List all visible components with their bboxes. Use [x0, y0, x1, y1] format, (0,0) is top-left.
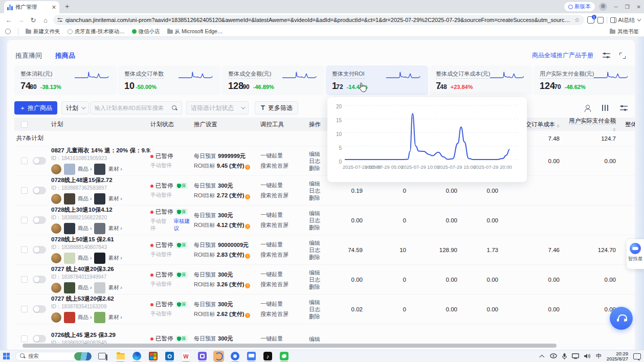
tool-boost[interactable]: 一键起量: [260, 270, 309, 278]
table-row[interactable]: 0728线上50退15 保2.61 ID：1838888140807843 商品…: [14, 235, 635, 265]
plan-type-select[interactable]: 计划: [61, 101, 89, 115]
bookmark-item[interactable]: 从 Microsoft Edge…: [167, 28, 223, 35]
row-toggle[interactable]: [33, 216, 46, 224]
tool-boost[interactable]: 一键起量: [260, 152, 309, 160]
row-toggle[interactable]: [33, 187, 46, 194]
metric-card-user-paid[interactable]: 用户实际支付金额(元) 124.70-48.62%: [534, 65, 635, 95]
product-link[interactable]: 商品 ›: [78, 314, 92, 321]
tab-live-room[interactable]: 推直播间: [15, 51, 42, 60]
app-wps[interactable]: W: [181, 351, 191, 361]
table-row[interactable]: 0727 线上40退20保3.26 ID：1838784011949947 商品…: [14, 265, 635, 295]
header-overall-partial[interactable]: 整体: [621, 121, 635, 128]
horizontal-scrollbar[interactable]: [14, 344, 635, 348]
ai-summary-button[interactable]: AI总结: [610, 16, 640, 24]
sort-icon[interactable]: [613, 128, 616, 131]
scrollbar-thumb[interactable]: [23, 344, 557, 348]
material-link[interactable]: 素材 ›: [108, 255, 122, 262]
row-toggle[interactable]: [33, 157, 46, 165]
row-checkbox[interactable]: [21, 157, 28, 164]
row-checkbox[interactable]: [21, 246, 28, 253]
start-button[interactable]: [3, 353, 10, 360]
material-link[interactable]: 素材 ›: [108, 166, 122, 173]
column-settings-icon[interactable]: [602, 105, 609, 111]
tab-products[interactable]: 推商品: [55, 51, 75, 60]
ime-indicator[interactable]: 中: [596, 352, 602, 360]
app-file-explorer[interactable]: [115, 351, 126, 361]
delete-link[interactable]: 删除: [309, 313, 337, 320]
app-outlook[interactable]: O: [164, 351, 175, 361]
tool-boost[interactable]: 一键起量: [260, 300, 309, 308]
delete-link[interactable]: 删除: [309, 254, 337, 261]
browser-profile-avatar[interactable]: [599, 3, 607, 11]
material-link[interactable]: 素材 ›: [108, 225, 122, 232]
tool-search-screen[interactable]: 搜索抢首屏: [260, 192, 309, 199]
delete-link[interactable]: 删除: [309, 283, 337, 290]
window-maximize-button[interactable]: ❐: [625, 4, 630, 10]
tool-search-screen[interactable]: 搜索抢首屏: [260, 162, 309, 170]
custom-audience-icon[interactable]: [584, 105, 591, 111]
header-tool[interactable]: 调控工具: [260, 121, 309, 128]
window-minimize-button[interactable]: ─: [614, 4, 618, 10]
table-row[interactable]: 0827 儿童雨衣 14% 退：20% 保：9.92 ID：1841610851…: [14, 146, 635, 176]
product-link[interactable]: 商品 ›: [78, 195, 92, 202]
header-user-paid[interactable]: 用户实际支付金额: [565, 117, 621, 131]
tool-search-screen[interactable]: 搜索抢首屏: [260, 281, 309, 288]
reading-mode-icon[interactable]: [597, 17, 604, 24]
task-view-icon[interactable]: [98, 353, 106, 359]
notification-icon[interactable]: [633, 353, 641, 359]
row-toggle[interactable]: [33, 335, 46, 343]
app-blue-circle[interactable]: [230, 351, 240, 361]
taskbar-clock[interactable]: 20:29 2025/8/27: [607, 351, 628, 361]
app-douyin[interactable]: ♪: [262, 351, 273, 361]
row-checkbox[interactable]: [21, 335, 28, 342]
fullscreen-icon[interactable]: [619, 53, 626, 59]
row-checkbox[interactable]: [21, 276, 28, 283]
row-toggle[interactable]: [33, 246, 46, 254]
product-link[interactable]: 商品 ›: [78, 166, 92, 173]
row-toggle[interactable]: [33, 305, 46, 313]
material-link[interactable]: 素材 ›: [108, 314, 122, 321]
tool-search-screen[interactable]: 搜索抢首屏: [260, 310, 309, 318]
tool-boost[interactable]: 一键起量: [260, 182, 309, 189]
table-row[interactable]: 0728线上30退10保4.12 ID：1838882156822820 商品 …: [14, 206, 635, 235]
bookmark-star-icon[interactable]: ☆: [574, 16, 580, 24]
plan-search-input[interactable]: [95, 105, 172, 111]
browser-tab[interactable]: 推广管理 ✕: [4, 1, 59, 13]
customer-service-button[interactable]: [610, 307, 633, 330]
back-button[interactable]: ←: [4, 16, 13, 24]
plan-status-select[interactable]: 请筛选计划状态: [186, 101, 249, 115]
app-active-browser[interactable]: [213, 351, 224, 361]
edit-link[interactable]: 编辑: [309, 335, 337, 343]
tool-boost[interactable]: 一键起量: [260, 335, 309, 343]
log-link[interactable]: 日志: [309, 246, 337, 254]
app-microsoft-store[interactable]: [148, 351, 159, 361]
new-tab-button[interactable]: ＋: [63, 2, 71, 11]
metric-card-orders[interactable]: 整体成交订单数 10-50.00%: [118, 65, 220, 95]
product-link[interactable]: 商品 ›: [78, 284, 92, 291]
log-link[interactable]: 日志: [309, 187, 337, 194]
tray-expand-icon[interactable]: [539, 355, 544, 360]
bookmark-item[interactable]: 虎牙直播-技术驱动…: [68, 28, 125, 35]
delete-link[interactable]: 删除: [309, 194, 337, 201]
bookmark-item[interactable]: 新建文件夹: [26, 28, 60, 35]
search-icon[interactable]: [172, 105, 177, 111]
tool-boost[interactable]: 一键起量: [260, 211, 309, 219]
app-remote-desktop[interactable]: [246, 351, 257, 361]
review-suggestion-link[interactable]: 审核建议: [174, 218, 194, 232]
table-row[interactable]: 0728线上48退15保2.72 ID：1838887362583897 商品 …: [14, 176, 635, 206]
tool-search-screen[interactable]: 搜索抢首屏: [260, 251, 309, 259]
row-toggle[interactable]: [33, 276, 46, 283]
home-button[interactable]: ⌂: [41, 16, 50, 24]
material-link[interactable]: 素材 ›: [108, 195, 122, 202]
other-bookmarks[interactable]: 其他书签: [610, 28, 639, 35]
network-display-icon[interactable]: [572, 353, 579, 359]
row-checkbox[interactable]: [21, 306, 28, 312]
table-filter-icon[interactable]: [620, 105, 628, 111]
metric-card-roi[interactable]: 整体支付ROI 1.72-14.43%: [326, 65, 428, 95]
speaker-icon[interactable]: [584, 353, 591, 359]
log-link[interactable]: 日志: [309, 276, 337, 283]
app-green-tool[interactable]: [279, 351, 290, 361]
settings-sliders-icon[interactable]: [603, 52, 610, 59]
window-close-button[interactable]: ✕: [637, 4, 641, 10]
tab-close-icon[interactable]: ✕: [52, 5, 56, 10]
